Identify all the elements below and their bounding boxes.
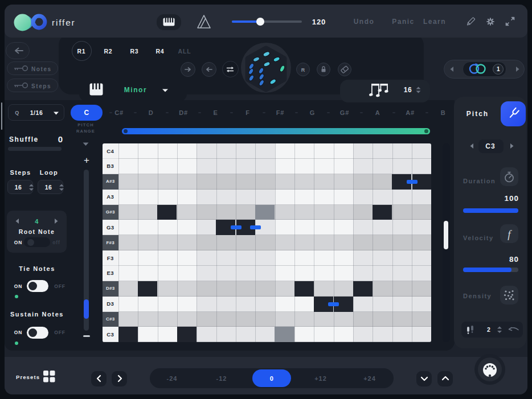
svg-text:R: R <box>301 67 305 73</box>
svg-text:f: f <box>508 228 512 240</box>
